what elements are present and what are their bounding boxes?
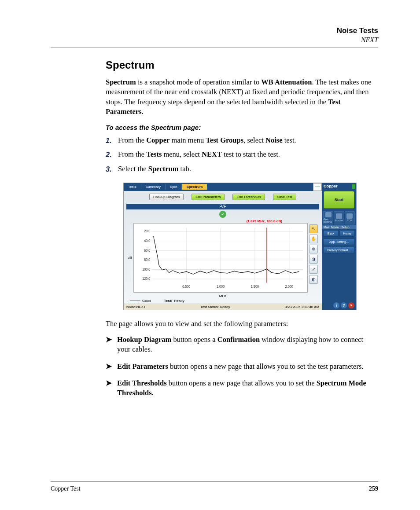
battery-icon	[352, 184, 355, 189]
pointer-tool-icon[interactable]: ↖	[309, 224, 318, 233]
header-chapter-title: Noise Tests	[51, 26, 378, 35]
footer-doc-title: Copper Test	[51, 485, 81, 492]
spectrum-chart[interactable]: 20.0 40.0 60.0 80.0 100.0 120.0 0.500 1.	[133, 223, 308, 293]
edit-parameters-button[interactable]: Edit Parameters	[192, 194, 225, 200]
toolbar: Hookup Diagram Edit Parameters Edit Thre…	[124, 191, 322, 203]
device-screen: 〰 Tests Summary Spot Spectrum Hookup Dia…	[123, 183, 357, 310]
pass-fail-result: ✓	[124, 209, 322, 219]
tdr-icon[interactable]: TDR	[345, 211, 355, 224]
app-setting-button[interactable]: App. Setting...	[323, 238, 355, 245]
svg-text:120.0: 120.0	[142, 277, 151, 281]
chart-legend: Good Test: Ready	[124, 298, 322, 304]
app-setting-icon[interactable]: App. Setting	[323, 211, 333, 224]
svg-text:1.000: 1.000	[217, 285, 225, 289]
x-axis-label: MHz	[124, 294, 322, 298]
tab-bar: Tests Summary Spot Spectrum	[124, 183, 322, 191]
hookup-diagram-button[interactable]: Hookup Diagram	[149, 194, 184, 200]
svg-text:100.0: 100.0	[142, 267, 151, 272]
status-path: Noise\NEXT	[126, 305, 146, 309]
svg-text:20.0: 20.0	[144, 229, 151, 234]
trace-line	[153, 236, 299, 274]
pan-tool-icon[interactable]: ✋	[309, 235, 318, 243]
marker-tool-icon[interactable]: ◑	[309, 255, 318, 264]
start-button[interactable]: Start	[324, 191, 354, 209]
tab-spectrum[interactable]: Spectrum	[182, 184, 207, 190]
tab-summary[interactable]: Summary	[141, 184, 166, 190]
bullet-marker-icon: ➤	[106, 335, 117, 355]
procedure-heading: To access the Spectrum page:	[106, 124, 378, 131]
zoom-tool-icon[interactable]: ⊕	[309, 245, 318, 253]
step-1: 1. From the Copper main menu Test Groups…	[106, 136, 378, 145]
svg-text:2.000: 2.000	[285, 285, 293, 289]
close-icon[interactable]: ×	[348, 302, 354, 308]
info-icon[interactable]: i	[333, 302, 339, 308]
status-text: Test Status: Ready	[200, 305, 230, 309]
header-rule	[51, 48, 378, 48]
tab-tests[interactable]: Tests	[124, 184, 141, 190]
status-datetime: 8/20/2007 3:33:46 AM	[285, 305, 319, 309]
help-icon[interactable]: ?	[341, 302, 347, 308]
section-title: Spectrum	[106, 59, 378, 71]
y-axis-label: dB	[126, 223, 133, 293]
svg-text:40.0: 40.0	[144, 238, 151, 243]
step-3: 3. Select the Spectrum tab.	[106, 164, 378, 174]
side-menu-header: Main Menu | Setup	[322, 225, 356, 229]
factory-default-button[interactable]: Factory Default...	[323, 247, 355, 253]
edit-thresholds-button[interactable]: Edit Thresholds	[232, 194, 265, 200]
side-panel: Copper Start App. Setting Buzzer TDR Mai…	[322, 183, 356, 310]
procedure-steps: 1. From the Copper main menu Test Groups…	[106, 136, 378, 174]
bullet-edit-thresh: ➤ Edit Thresholds button opens a new pag…	[106, 378, 378, 398]
page-footer: Copper Test 259	[51, 481, 378, 492]
device-screenshot-figure: 〰 Tests Summary Spot Spectrum Hookup Dia…	[123, 183, 378, 310]
pass-fail-header: P/F	[126, 204, 319, 209]
status-bar: Noise\NEXT Test Status: Ready 8/20/2007 …	[124, 304, 322, 310]
fit-tool-icon[interactable]: ⤢	[309, 265, 318, 274]
bullet-hookup: ➤ Hookup Diagram button opens a Confirma…	[106, 335, 378, 355]
tab-spot[interactable]: Spot	[166, 184, 182, 190]
chart-tool-column: ↖ ✋ ⊕ ◑ ⤢ ◐	[308, 223, 319, 293]
save-test-button[interactable]: Save Test	[273, 194, 296, 200]
cursor-readout: (1.673 MHz, 100.0 dB)	[124, 219, 322, 223]
feature-bullets: ➤ Hookup Diagram button opens a Confirma…	[106, 335, 378, 398]
reset-tool-icon[interactable]: ◐	[309, 275, 318, 284]
bullet-edit-params: ➤ Edit Parameters button opens a new pag…	[106, 362, 378, 371]
side-brand: Copper	[324, 184, 338, 188]
check-icon: ✓	[219, 211, 226, 218]
home-button[interactable]: Home	[339, 230, 355, 237]
bullet-marker-icon: ➤	[106, 362, 117, 371]
footer-page-number: 259	[369, 485, 378, 492]
intro-paragraph: Spectrum is a snapshot mode of operation…	[106, 77, 378, 117]
back-button[interactable]: Back	[323, 230, 339, 237]
step-2: 2. From the Tests menu, select NEXT test…	[106, 150, 378, 159]
buzzer-icon[interactable]: Buzzer	[334, 211, 344, 224]
svg-text:80.0: 80.0	[144, 258, 151, 262]
svg-text:0.500: 0.500	[182, 285, 191, 289]
header-section-subtitle: NEXT	[51, 36, 378, 44]
svg-text:1.500: 1.500	[251, 285, 259, 289]
svg-text:60.0: 60.0	[144, 248, 151, 253]
after-figure-text: The page allows you to view and set the …	[106, 319, 378, 329]
bullet-marker-icon: ➤	[106, 378, 117, 398]
chart-type-icon[interactable]: 〰	[313, 183, 322, 191]
